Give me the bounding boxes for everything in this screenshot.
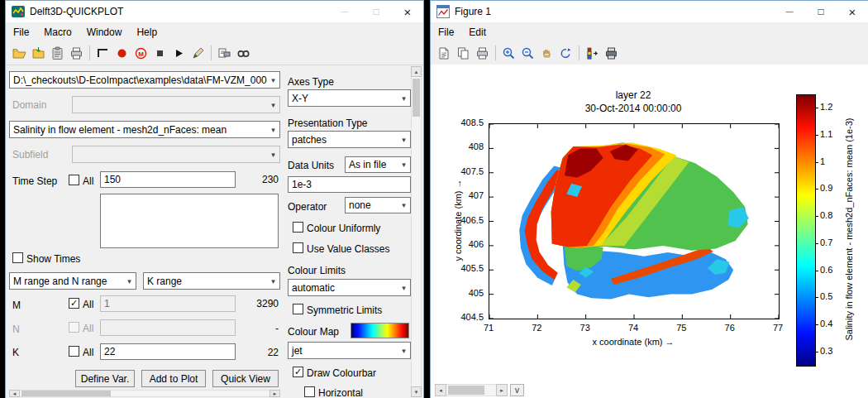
export-figure-icon[interactable]	[216, 44, 233, 62]
m-label: M	[12, 300, 21, 311]
colormap-preview	[351, 323, 409, 338]
window-controls	[329, 1, 423, 22]
add-to-plot-button[interactable]: Add to Plot	[141, 370, 206, 387]
scroll-right-button[interactable]	[496, 384, 508, 396]
colorbar[interactable]	[796, 94, 816, 367]
k-all-label: All	[83, 347, 93, 358]
minimize-button[interactable]	[774, 1, 805, 22]
times-listbox[interactable]	[100, 194, 279, 248]
maximize-button[interactable]	[360, 1, 392, 22]
close-button[interactable]	[837, 1, 868, 22]
menu-help[interactable]: Help	[129, 24, 165, 41]
mn-range-combobox[interactable]: M range and N range	[9, 272, 136, 290]
quantity-combobox-value: Salinity in flow element - mesh2d_nFaces…	[10, 124, 267, 136]
clipboard-icon[interactable]	[49, 44, 66, 62]
minimize-button[interactable]	[329, 1, 360, 22]
time-all-checkbox[interactable]	[69, 175, 79, 185]
axes-type-combobox[interactable]: X-Y	[288, 89, 411, 107]
edit-macro-icon[interactable]	[189, 44, 207, 62]
select-area-icon[interactable]	[94, 44, 112, 62]
quantity-combobox[interactable]: Salinity in flow element - mesh2d_nFaces…	[9, 121, 280, 138]
figure-menubar: File Edit	[431, 22, 868, 42]
maximize-button[interactable]	[805, 1, 837, 22]
vertical-scrollbar-thumb[interactable]	[413, 79, 420, 117]
print-icon[interactable]	[474, 44, 491, 62]
draw-colourbar-label: Draw Colourbar	[307, 367, 376, 379]
dock-expand-button[interactable]: v	[510, 384, 524, 396]
k-all-checkbox[interactable]	[69, 346, 79, 357]
subfield-label: Subfield	[12, 149, 48, 161]
m-all-checkbox[interactable]	[69, 298, 79, 309]
scroll-left-button[interactable]	[9, 390, 20, 397]
use-value-classes-checkbox[interactable]	[293, 242, 303, 253]
rotate-icon[interactable]	[557, 44, 575, 62]
show-times-checkbox[interactable]	[12, 252, 23, 263]
print-export-icon[interactable]	[68, 44, 85, 62]
m-all-label: All	[83, 299, 93, 310]
quickplot-titlebar[interactable]: Delft3D-QUICKPLOT	[6, 1, 423, 22]
horizontal-checkbox[interactable]	[304, 386, 315, 397]
scroll-down-button[interactable]	[411, 386, 422, 397]
window-title: Figure 1	[455, 6, 491, 17]
domain-combobox	[72, 96, 280, 113]
k-range-value: K range	[144, 276, 267, 287]
datafile-combobox[interactable]: D:\_checkouts\D-EcoImpact\examples\data\…	[9, 71, 280, 89]
copy-icon[interactable]	[455, 44, 472, 62]
menu-window[interactable]: Window	[79, 24, 130, 41]
insert-colorbar-icon[interactable]	[584, 44, 601, 62]
menu-macro[interactable]: Macro	[36, 24, 79, 41]
n-range-input	[100, 319, 236, 336]
zoom-in-icon[interactable]	[500, 44, 517, 62]
scroll-left-button[interactable]	[435, 384, 446, 396]
colour-limits-label: Colour Limits	[288, 265, 346, 276]
time-all-label: All	[83, 175, 93, 187]
quick-view-button[interactable]: Quick View	[212, 370, 279, 387]
colour-map-label: Colour Map	[288, 326, 339, 338]
x-axis-label: x coordinate (km) →	[489, 337, 778, 347]
figure-scrollbar-thumb[interactable]	[448, 386, 484, 395]
data-units-value: As in file	[346, 159, 398, 170]
toolbar-separator	[579, 46, 579, 60]
menu-edit[interactable]: Edit	[461, 24, 494, 41]
time-step-max: 230	[242, 174, 279, 185]
units-value-input[interactable]	[288, 176, 411, 193]
open-file-icon[interactable]	[30, 44, 47, 62]
open-icon[interactable]	[436, 44, 453, 62]
zoom-out-icon[interactable]	[519, 44, 537, 62]
presentation-type-combobox[interactable]: patches	[288, 131, 411, 148]
print-figure-icon[interactable]	[603, 44, 620, 62]
time-step-input[interactable]	[100, 171, 236, 188]
operator-label: Operator	[288, 201, 327, 213]
plot-subtitle: 30-Oct-2014 00:00:00	[489, 103, 778, 114]
k-range-input[interactable]	[100, 343, 236, 360]
operator-combobox[interactable]: none	[345, 197, 411, 213]
horizontal-scrollbar-thumb[interactable]	[21, 391, 111, 396]
play-icon[interactable]	[170, 44, 188, 62]
define-var-button[interactable]: Define Var.	[75, 370, 135, 387]
plot-area[interactable]	[489, 123, 780, 319]
time-step-label: Time Step	[12, 175, 57, 187]
record-icon[interactable]	[113, 44, 131, 62]
symmetric-limits-checkbox[interactable]	[293, 304, 303, 314]
record-macro-icon[interactable]: M	[132, 44, 150, 62]
colour-map-combobox[interactable]: jet	[288, 342, 411, 359]
chevron-down-icon	[398, 136, 410, 144]
open-session-icon[interactable]	[11, 44, 28, 62]
colour-uniformly-checkbox[interactable]	[293, 222, 303, 233]
data-units-combobox[interactable]: As in file	[345, 156, 411, 173]
figure-titlebar[interactable]: Figure 1	[431, 1, 868, 22]
window-controls	[774, 1, 868, 22]
chevron-down-icon	[398, 284, 410, 292]
menu-file[interactable]: File	[6, 24, 36, 41]
chevron-down-icon	[267, 151, 279, 159]
menu-file[interactable]: File	[431, 24, 461, 41]
scroll-right-button[interactable]	[269, 390, 280, 397]
close-button[interactable]	[392, 1, 423, 22]
pan-icon[interactable]	[538, 44, 556, 62]
find-icon[interactable]	[235, 44, 252, 62]
scroll-up-button[interactable]	[411, 66, 422, 77]
draw-colourbar-checkbox[interactable]	[293, 367, 303, 377]
stop-icon[interactable]	[151, 44, 169, 62]
k-range-combobox[interactable]: K range	[143, 272, 280, 290]
colour-limits-combobox[interactable]: automatic	[288, 279, 411, 296]
